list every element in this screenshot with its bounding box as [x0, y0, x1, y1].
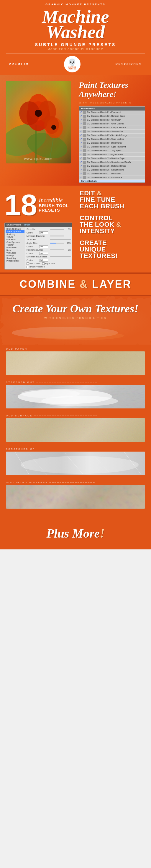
- preset-icon: [83, 115, 86, 118]
- min-roundness-slider[interactable]: [50, 256, 71, 257]
- create-title: Create Your Own Textures!: [6, 302, 145, 316]
- sidebar-color-dynamics[interactable]: Color Dynamics: [6, 241, 25, 244]
- flip-y-checkbox[interactable]: [42, 262, 44, 265]
- preset-current-label: Current tool (pb): [81, 180, 97, 182]
- control-row-1: Control Off: [27, 231, 71, 234]
- control-row-4: Control Off: [27, 259, 71, 261]
- preset-item[interactable]: ✓GM Distressed Brush 12 - Light Canvas: [79, 153, 145, 157]
- brush-projection-check[interactable]: Brush Projection: [27, 266, 71, 268]
- preset-item[interactable]: ✓GM Distressed Brush 06 - Stressed Out: [79, 130, 145, 133]
- texture-noise-svg-1: [6, 351, 145, 375]
- preset-label: GM Distressed Brush 07 - Speckled Grunge: [87, 134, 127, 136]
- brushes-section: 18 Incredible BRUSH TOOLPRESETS Brush Pr…: [0, 186, 151, 273]
- combine-text: COMBINE & LAYER: [6, 278, 145, 290]
- preset-label: GM Distressed Brush 02 - Random Specs: [87, 115, 125, 117]
- brush-strokes-svg: [6, 324, 145, 342]
- sidebar-noise[interactable]: Noise: [6, 249, 25, 251]
- flip-x-check[interactable]: Flip X Jitter: [27, 262, 40, 265]
- preset-item[interactable]: ✓GM Distressed Brush 04 - Gritty Canvas: [79, 122, 145, 126]
- preset-item[interactable]: ✓GM Distressed Brush 17 - Dirt Cloud: [79, 172, 145, 176]
- preset-item[interactable]: ✓GM Distressed Brush 13 - Wrinkled Paper: [79, 157, 145, 160]
- preset-icon: [83, 126, 86, 129]
- preset-item[interactable]: ✓GM Distressed Brush 09 - Dirt Overlay: [79, 141, 145, 145]
- roundness-jitter-val: 0%: [65, 249, 71, 251]
- preset-icon: [83, 142, 86, 145]
- preset-item[interactable]: ✓GM Distressed Brush 08 - Worn Leather: [79, 137, 145, 141]
- paint-heading: Paint Textures Anywhere!: [79, 81, 145, 99]
- logo-brand-text: Graphic Monkee: [65, 66, 80, 70]
- preset-check-icon: ✓: [80, 176, 82, 179]
- control-val-1[interactable]: Off: [39, 231, 48, 234]
- preset-item[interactable]: ✓GM Distressed Brush 14 - Scratches and …: [79, 160, 145, 164]
- sidebar-dual-brush[interactable]: Dual Brush: [6, 238, 25, 241]
- texture-label-old-surface: Old Surface ─────────────────────────: [6, 414, 145, 417]
- sidebar-shape-dynamics[interactable]: Shape Dynamics: [6, 230, 25, 233]
- tilt-scale-row: Tilt Scale: [27, 238, 71, 241]
- create-decorative-area: [6, 324, 145, 342]
- flip-x-checkbox[interactable]: [27, 262, 29, 265]
- preset-icon: [83, 130, 86, 133]
- watermark-text: www.cg-ku.com: [24, 157, 52, 160]
- panel-title-bar: Tool Presets: [79, 107, 145, 111]
- preset-item[interactable]: ✓GM Distressed Brush 10 - Aged Newsprint: [79, 145, 145, 149]
- sidebar-transfer[interactable]: Transfer: [6, 244, 25, 246]
- sidebar-protect-texture[interactable]: Protect Texture: [6, 259, 25, 262]
- combine-section: COMBINE & LAYER: [0, 273, 151, 296]
- tilt-scale-slider[interactable]: [50, 239, 71, 240]
- texture-item-stressed: Stressed Out ────────────────────────: [6, 381, 145, 408]
- control-label-2: Control: [27, 246, 38, 248]
- control-label-1: Control: [27, 232, 38, 234]
- texture-demo-stressed: [6, 385, 145, 408]
- flip-y-check[interactable]: Flip Y Jitter: [42, 262, 55, 265]
- preset-label: GM Distressed Brush 11 - Tiny Specs: [87, 150, 121, 152]
- preset-item[interactable]: ✓GM Distressed Brush 15 - Distorted Stre…: [79, 164, 145, 168]
- flip-y-label: Flip Y Jitter: [45, 262, 55, 265]
- tab-brush[interactable]: Brush: [24, 223, 30, 226]
- preset-item[interactable]: ✓GM Distressed Brush 07 - Speckled Grung…: [79, 133, 145, 137]
- preset-item[interactable]: ✓GM Distressed Brush 02 - Random Specs: [79, 114, 145, 118]
- preset-item[interactable]: ✓GM Distressed Brush 03 - Old Paper: [79, 118, 145, 122]
- brush-projection-checkbox[interactable]: [27, 266, 29, 268]
- preset-icon: [83, 122, 86, 125]
- min-diameter-slider[interactable]: [50, 236, 64, 237]
- header-section: Graphic Monkee Presents Machine Washed S…: [0, 0, 151, 75]
- preset-item[interactable]: ✓GM Distressed Brush 01 - Pavement: [79, 111, 145, 114]
- preset-check-icon: ✓: [80, 172, 82, 175]
- svg-point-15: [35, 331, 124, 340]
- sidebar-brush-tip[interactable]: Brush Tip Shape: [6, 227, 25, 230]
- sidebar-brush-pose[interactable]: Brush Pose: [6, 246, 25, 249]
- preset-check-icon: ✓: [80, 119, 82, 121]
- paint-right-content: Paint Textures Anywhere! With These Amaz…: [74, 81, 145, 183]
- preset-item[interactable]: ✓GM Distressed Brush 16 - Scratched Up: [79, 168, 145, 172]
- sidebar-smoothing[interactable]: Smoothing: [6, 257, 25, 259]
- size-jitter-row: Size Jitter 0%: [27, 228, 71, 230]
- preset-icon: [83, 157, 86, 160]
- angle-jitter-row: Angle Jitter 40%: [27, 242, 71, 244]
- control-val-4[interactable]: Off: [39, 259, 48, 261]
- sidebar-buildup[interactable]: Build-up: [6, 254, 25, 257]
- preset-icon: [83, 111, 86, 114]
- roundness-jitter-row: Roundness Jitter 0%: [27, 249, 71, 251]
- size-jitter-slider[interactable]: [50, 229, 64, 229]
- brush-controls: Size Jitter 0% Control Off: [25, 227, 72, 269]
- texture-noise-svg-3: [6, 418, 145, 442]
- create-section: Create Your Own Textures! With Endless P…: [0, 296, 151, 345]
- preset-item[interactable]: ✓GM Distressed Brush 05 - Antique Surfac…: [79, 126, 145, 130]
- roundness-jitter-slider[interactable]: [50, 249, 64, 250]
- sidebar-wet-edges[interactable]: Wet Edges: [6, 251, 25, 254]
- sidebar-scattering[interactable]: Scattering: [6, 233, 25, 236]
- preset-item[interactable]: ✓GM Distressed Brush 11 - Tiny Specs: [79, 149, 145, 153]
- header-premium-label: Premium: [9, 63, 29, 66]
- preset-label: GM Distressed Brush 13 - Wrinkled Paper: [87, 157, 125, 159]
- preset-item[interactable]: ✓GM Distressed Brush 18 - Old Surface: [79, 176, 145, 180]
- size-jitter-label: Size Jitter: [27, 228, 50, 230]
- preset-item[interactable]: Current tool (pb): [79, 180, 145, 182]
- texture-item-old-surface: Old Surface ─────────────────────────: [6, 414, 145, 442]
- sidebar-texture[interactable]: Texture: [6, 236, 25, 238]
- control-val-3[interactable]: Off: [39, 252, 48, 255]
- control-row-3: Control Off: [27, 252, 71, 255]
- tab-brush-presets[interactable]: Brush Presets: [6, 223, 21, 226]
- control-val-2[interactable]: Off: [39, 245, 48, 248]
- angle-jitter-slider[interactable]: [50, 243, 64, 244]
- preset-icon: [83, 161, 86, 164]
